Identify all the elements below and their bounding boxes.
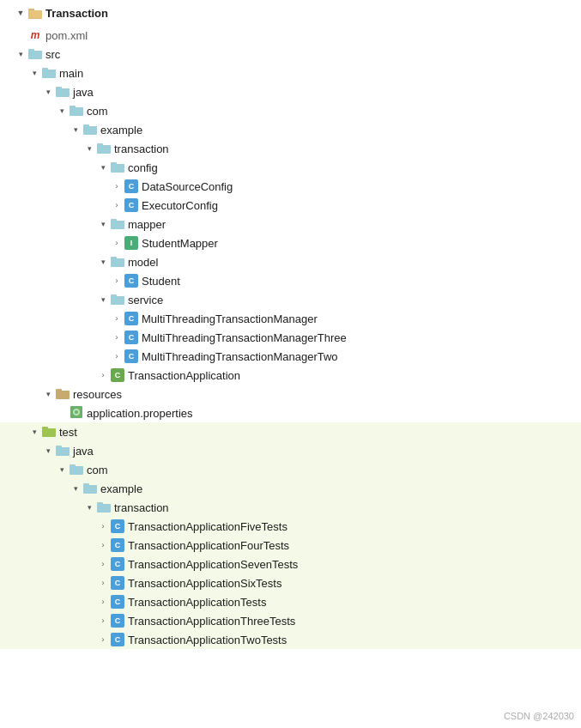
tree-item-pom-xml[interactable]: mpom.xml (0, 26, 581, 45)
item-label: MultiThreadingTransactionManagerThree (142, 331, 347, 344)
tree-item-executorconfig[interactable]: ›CExecutorConfig (0, 196, 581, 215)
tree-item-config[interactable]: ▾ config (0, 158, 581, 177)
item-label: resources (73, 388, 122, 401)
tree-item-datasourceconfig[interactable]: ›CDataSourceConfig (0, 177, 581, 196)
tree-item-studentmapper[interactable]: ›IStudentMapper (0, 234, 581, 252)
item-icon (41, 425, 57, 439)
xml-icon: m (31, 29, 40, 41)
folder-src-icon (56, 444, 70, 458)
tree-arrow: ▾ (27, 428, 41, 436)
root-item[interactable]: ▼ Transaction (0, 3, 581, 22)
tree-arrow: › (110, 239, 124, 247)
item-label: MultiThreadingTransactionManagerTwo (142, 350, 338, 363)
tree-item-example[interactable]: ▾ example (0, 479, 581, 498)
item-icon (69, 463, 84, 476)
svg-point-38 (75, 410, 78, 414)
tree-item-transaction[interactable]: ▾ transaction (0, 139, 581, 158)
tree-item-transactionapplicationseventests[interactable]: ›CTransactionApplicationSevenTests (0, 555, 581, 573)
tree-arrow: ▾ (96, 220, 110, 228)
item-label: src (45, 48, 60, 61)
tree-item-transactionapplicationsixtests[interactable]: ›CTransactionApplicationSixTests (0, 573, 581, 592)
tree-arrow: ▾ (55, 465, 69, 474)
tree-item-com[interactable]: ▾ com (0, 101, 581, 120)
item-label: transaction (114, 501, 169, 514)
test-class-icon: C (111, 595, 124, 609)
tree-item-java[interactable]: ▾ java (0, 82, 581, 101)
tree-item-application-properties[interactable]: application.properties (0, 403, 581, 422)
tree-arrow: ▾ (69, 484, 82, 493)
tree-item-service[interactable]: ▾ service (0, 290, 581, 309)
item-icon: I (124, 236, 139, 250)
item-icon (69, 104, 84, 118)
test-class-icon: C (111, 538, 124, 552)
test-class-icon: C (111, 614, 124, 628)
item-label: main (59, 67, 83, 80)
tree-item-transactionapplicationfourtests[interactable]: ›CTransactionApplicationFourTests (0, 536, 581, 555)
tree-item-multithreadingtransactionmanagertwo[interactable]: ›CMultiThreadingTransactionManagerTwo (0, 347, 581, 366)
item-label: TransactionApplicationSevenTests (128, 558, 298, 571)
item-label: transaction (114, 143, 169, 155)
tree-arrow: › (96, 371, 110, 379)
item-label: mapper (128, 218, 166, 231)
tree-item-mapper[interactable]: ▾ mapper (0, 215, 581, 234)
tree-arrow: › (96, 616, 110, 625)
item-label: TransactionApplicationThreeTests (128, 615, 295, 628)
svg-rect-50 (83, 485, 97, 493)
item-label: TransactionApplicationTests (128, 596, 266, 609)
folder-icon (83, 482, 97, 496)
tree-item-student[interactable]: ›CStudent (0, 271, 581, 290)
item-label: config (128, 161, 158, 174)
props-icon (70, 405, 83, 422)
item-icon: C (110, 576, 125, 590)
tree-arrow: › (110, 182, 124, 191)
tree-item-transaction[interactable]: ▾ transaction (0, 498, 581, 517)
tree-item-transactionapplicationthreetests[interactable]: ›CTransactionApplicationThreeTests (0, 611, 581, 630)
tree-item-test[interactable]: ▾ test (0, 422, 581, 441)
tree-arrow: ▾ (96, 163, 110, 172)
item-label: service (128, 294, 163, 306)
folder-src-icon (56, 85, 70, 100)
tree-item-transactionapplicationtests[interactable]: ›CTransactionApplicationTests (0, 592, 581, 611)
item-icon (55, 85, 70, 99)
item-icon (27, 47, 43, 61)
item-icon: m (27, 28, 43, 42)
folder-icon (111, 293, 124, 307)
root-folder-icon (27, 6, 43, 20)
item-label: pom.xml (45, 29, 88, 42)
tree-arrow: › (110, 314, 124, 323)
watermark: CSDN @242030 (504, 711, 574, 721)
tree-item-resources[interactable]: ▾ resources (0, 385, 581, 403)
item-label: java (73, 445, 94, 458)
tree-arrow: › (110, 201, 124, 209)
item-icon: C (124, 179, 139, 193)
tree-item-example[interactable]: ▾ example (0, 120, 581, 139)
tree-item-src[interactable]: ▾ src (0, 45, 581, 64)
tree-arrow: › (110, 352, 124, 361)
item-label: TransactionApplicationSixTests (128, 577, 281, 590)
folder-icon (97, 500, 111, 515)
test-class-icon: C (111, 576, 124, 590)
tree-arrow: › (96, 598, 110, 606)
tree-item-multithreadingtransactionmanagerthree[interactable]: ›CMultiThreadingTransactionManagerThree (0, 328, 581, 347)
folder-icon (97, 142, 111, 156)
svg-rect-35 (56, 391, 70, 398)
item-icon: C (110, 368, 125, 382)
item-label: example (100, 482, 142, 495)
item-label: StudentMapper (142, 237, 218, 250)
item-icon (110, 293, 125, 306)
tree-item-transactionapplicationtwotests[interactable]: ›CTransactionApplicationTwoTests (0, 630, 581, 649)
test-class-icon: C (111, 633, 124, 646)
tree-arrow: ▾ (27, 69, 41, 77)
tree-item-com[interactable]: ▾ com (0, 460, 581, 479)
item-icon (55, 387, 70, 401)
tree-item-transactionapplication[interactable]: ›CTransactionApplication (0, 366, 581, 385)
tree-arrow: ▾ (14, 50, 27, 58)
svg-rect-11 (56, 88, 70, 96)
tree-item-main[interactable]: ▾ main (0, 64, 581, 82)
tree-item-model[interactable]: ▾ model (0, 252, 581, 271)
tree-item-transactionapplicationfivetests[interactable]: ›CTransactionApplicationFiveTests (0, 517, 581, 536)
item-label: application.properties (87, 407, 193, 420)
tree-item-multithreadingtransactionmanager[interactable]: ›CMultiThreadingTransactionManager (0, 309, 581, 328)
class-icon: C (124, 179, 138, 193)
tree-item-java[interactable]: ▾ java (0, 441, 581, 460)
